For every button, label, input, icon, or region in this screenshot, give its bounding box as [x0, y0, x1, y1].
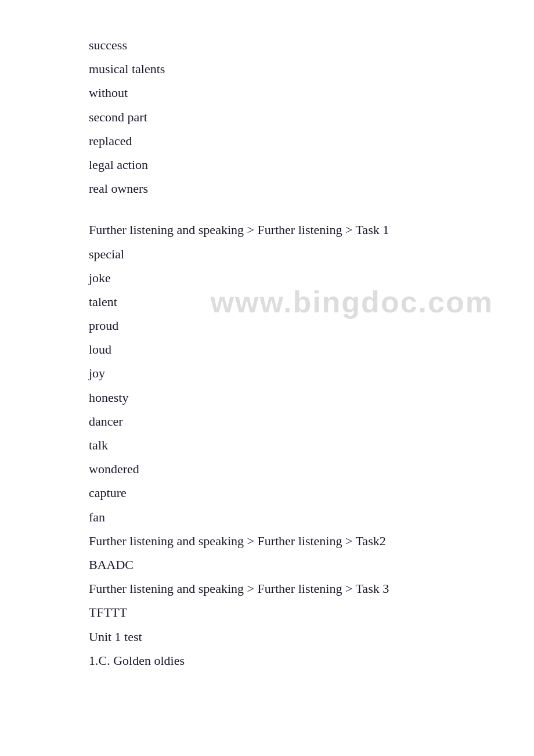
section1-header: Further listening and speaking > Further…	[89, 219, 445, 240]
section2: Further listening and speaking > Further…	[89, 531, 445, 575]
list-item: without	[89, 82, 445, 103]
section2-header: Further listening and speaking > Further…	[89, 531, 445, 551]
items-group1: success musical talents without second p…	[89, 35, 445, 199]
list-item: fan	[89, 507, 445, 527]
unit-test-item: 1.C. Golden oldies	[89, 650, 445, 671]
section3-answer: TFTTT	[89, 602, 445, 622]
section2-answer: BAADC	[89, 555, 445, 575]
list-item: talk	[89, 435, 445, 455]
section3: Further listening and speaking > Further…	[89, 578, 445, 622]
list-item: joy	[89, 363, 445, 383]
list-item: honesty	[89, 387, 445, 408]
section1: Further listening and speaking > Further…	[89, 219, 445, 527]
unit-test: Unit 1 test 1.C. Golden oldies	[89, 627, 445, 671]
list-item: second part	[89, 107, 445, 127]
list-item: musical talents	[89, 59, 445, 79]
list-item: capture	[89, 483, 445, 503]
list-item: legal action	[89, 154, 445, 175]
spacer	[89, 202, 445, 219]
list-item: special	[89, 244, 445, 264]
list-item: real owners	[89, 178, 445, 199]
list-item: wondered	[89, 459, 445, 479]
list-item: success	[89, 35, 445, 55]
section3-header: Further listening and speaking > Further…	[89, 578, 445, 599]
content-area: success musical talents without second p…	[0, 0, 534, 709]
unit-test-label: Unit 1 test	[89, 627, 445, 647]
list-item: replaced	[89, 131, 445, 151]
list-item: loud	[89, 339, 445, 359]
list-item: joke	[89, 268, 445, 288]
list-item: proud	[89, 315, 445, 336]
list-item: dancer	[89, 411, 445, 431]
list-item: talent	[89, 291, 445, 312]
